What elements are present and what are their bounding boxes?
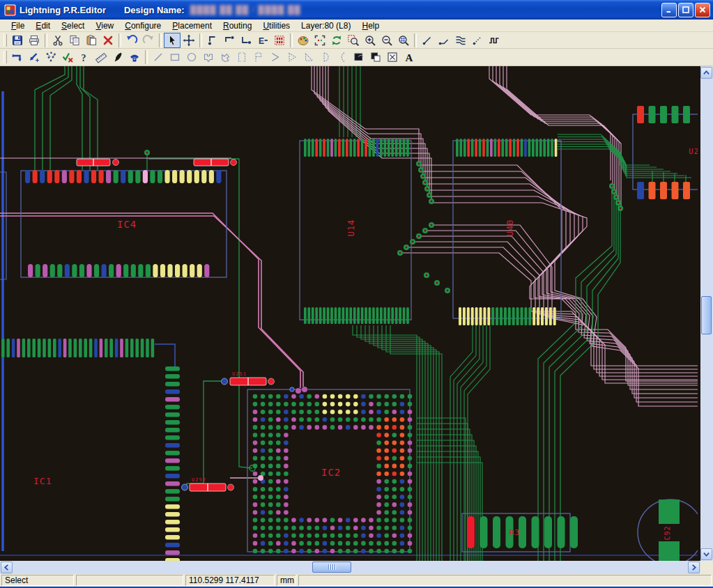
route-corner-3-button[interactable] bbox=[238, 33, 254, 48]
close-button[interactable] bbox=[695, 3, 710, 17]
delete-button[interactable] bbox=[100, 33, 116, 48]
draw-right-triangle-button[interactable] bbox=[300, 49, 317, 65]
toolbar-grip[interactable] bbox=[3, 51, 7, 63]
via bbox=[613, 194, 619, 200]
scroll-up-button[interactable] bbox=[700, 67, 712, 79]
fit-view-icon bbox=[314, 34, 326, 47]
maximize-button[interactable] bbox=[678, 3, 693, 17]
help-button[interactable]: ? bbox=[76, 49, 93, 65]
horizontal-scroll-thumb[interactable] bbox=[312, 562, 351, 573]
menu-bar: FileEditSelectViewConfigurePlacementRout… bbox=[0, 20, 713, 32]
fit-view-button[interactable] bbox=[312, 33, 328, 48]
menu-item-edit[interactable]: Edit bbox=[30, 20, 56, 31]
draw-arrow-button[interactable] bbox=[267, 49, 284, 65]
undo-icon bbox=[125, 34, 138, 47]
move-button[interactable] bbox=[181, 33, 197, 48]
vertical-scroll-thumb[interactable] bbox=[701, 296, 712, 334]
zoom-in-button[interactable] bbox=[362, 33, 378, 48]
line-diagonal-button[interactable] bbox=[419, 33, 436, 48]
pin-e-button[interactable]: E bbox=[254, 33, 271, 48]
toolbar-separator bbox=[199, 33, 202, 47]
line-corner-button[interactable] bbox=[436, 33, 452, 48]
title-bar: Lightning P.R.Editor Design Name: ████ █… bbox=[0, 0, 713, 20]
toolbar-grip[interactable] bbox=[3, 34, 7, 47]
menu-item-utilities[interactable]: Utilities bbox=[257, 20, 296, 31]
draw-bracket-button[interactable] bbox=[233, 49, 250, 65]
overlap-rects-button[interactable] bbox=[367, 49, 384, 65]
refresh-button[interactable] bbox=[328, 33, 345, 48]
menu-item-configure[interactable]: Configure bbox=[119, 20, 167, 31]
horizontal-scrollbar[interactable] bbox=[0, 561, 700, 574]
menu-item-view[interactable]: View bbox=[90, 20, 119, 31]
scroll-down-button[interactable] bbox=[700, 548, 712, 560]
draw-blob-button[interactable] bbox=[217, 49, 233, 65]
draw-flag-button[interactable] bbox=[250, 49, 267, 65]
line-dotted-button[interactable] bbox=[469, 33, 486, 48]
net-scatter-button[interactable] bbox=[43, 49, 59, 65]
minimize-button[interactable] bbox=[661, 3, 677, 17]
filled-rect-button[interactable] bbox=[351, 49, 367, 65]
via bbox=[424, 272, 429, 278]
copy-button[interactable] bbox=[66, 33, 83, 48]
status-bar: Select 110.5299 117.4117 mm bbox=[0, 574, 713, 587]
pen-button[interactable] bbox=[109, 49, 126, 65]
vertical-scrollbar[interactable] bbox=[700, 66, 713, 561]
paste-button[interactable] bbox=[83, 33, 100, 48]
status-spacer bbox=[76, 575, 183, 586]
phone-button[interactable] bbox=[126, 49, 143, 65]
palette-button[interactable] bbox=[295, 33, 312, 48]
draw-arc-button[interactable] bbox=[334, 49, 351, 65]
route-corner-2-button[interactable] bbox=[221, 33, 238, 48]
pcb-canvas[interactable]: IC4U14U40U2IC1IC2R3C92U251U252 bbox=[0, 66, 700, 561]
via bbox=[424, 186, 430, 192]
menu-item-routing[interactable]: Routing bbox=[217, 20, 257, 31]
multi-route-icon bbox=[454, 34, 467, 47]
trace-bundle bbox=[549, 197, 616, 561]
draw-halfcircle-button[interactable] bbox=[317, 49, 334, 65]
line-dotted-icon bbox=[471, 34, 484, 47]
trace-bundle bbox=[390, 325, 442, 561]
multi-route-button[interactable] bbox=[452, 33, 469, 48]
print-button[interactable] bbox=[26, 33, 43, 48]
scroll-left-button[interactable] bbox=[1, 562, 13, 573]
draw-circle-button[interactable] bbox=[183, 49, 200, 65]
trace-bundle bbox=[317, 66, 423, 176]
route-t-icon bbox=[28, 51, 40, 63]
net-scatter-icon bbox=[45, 51, 57, 63]
measure-button[interactable] bbox=[93, 49, 109, 65]
undo-button[interactable] bbox=[123, 33, 140, 48]
refdes-label-U14: U14 bbox=[346, 219, 356, 237]
zoom-out-button[interactable] bbox=[378, 33, 395, 48]
menu-item-help[interactable]: Help bbox=[356, 20, 385, 31]
zoom-overview-button[interactable] bbox=[395, 33, 412, 48]
save-button[interactable] bbox=[9, 33, 26, 48]
phone-icon bbox=[128, 51, 141, 63]
menu-item-placement[interactable]: Placement bbox=[167, 20, 217, 31]
menu-item-select[interactable]: Select bbox=[56, 20, 90, 31]
via bbox=[609, 183, 615, 189]
route-t-button[interactable] bbox=[26, 49, 43, 65]
select-button[interactable] bbox=[164, 33, 181, 48]
draw-right-triangle-icon bbox=[302, 51, 315, 63]
draw-triangle-button[interactable] bbox=[284, 49, 300, 65]
cut-button[interactable] bbox=[49, 33, 66, 48]
svg-text:A: A bbox=[406, 52, 413, 63]
draw-poly-button[interactable] bbox=[200, 49, 217, 65]
push-route-button[interactable] bbox=[9, 49, 26, 65]
draw-line-icon bbox=[152, 51, 164, 63]
boxed-x-button[interactable] bbox=[384, 49, 401, 65]
redo-button[interactable] bbox=[140, 33, 157, 48]
meander-button[interactable] bbox=[486, 33, 503, 48]
menu-item-file[interactable]: File bbox=[6, 20, 30, 31]
scroll-right-button[interactable] bbox=[688, 562, 700, 573]
route-corner-1-button[interactable] bbox=[204, 33, 221, 48]
draw-rect-button[interactable] bbox=[167, 49, 183, 65]
draw-line-button[interactable] bbox=[150, 49, 167, 65]
menu-item-layer-80-l8-[interactable]: Layer:80 (L8) bbox=[296, 20, 356, 31]
pad-row bbox=[459, 307, 556, 325]
svg-text:?: ? bbox=[82, 53, 86, 63]
zoom-window-button[interactable] bbox=[345, 33, 362, 48]
text-tool-button[interactable]: A bbox=[401, 49, 417, 65]
grid-pads-button[interactable] bbox=[271, 33, 288, 48]
design-check-button[interactable] bbox=[59, 49, 76, 65]
